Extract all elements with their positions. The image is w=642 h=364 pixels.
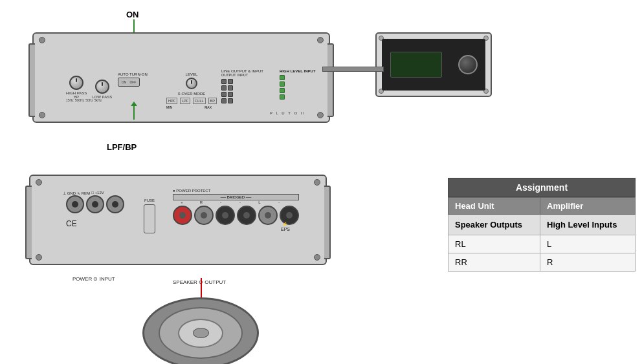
lpfbp-arrow bbox=[133, 105, 135, 120]
12v-label: □ +12V bbox=[91, 191, 104, 195]
power-terminal-labels: ⊥ GND ∿ REM □ +12V bbox=[63, 191, 104, 195]
amp-bottom-view: ⊥ GND ∿ REM □ +12V FUSE bbox=[3, 168, 359, 310]
gnd-label: ⊥ GND bbox=[63, 191, 76, 195]
row1-col1: Speaker Outputs bbox=[448, 215, 540, 235]
level-knob[interactable] bbox=[186, 78, 197, 89]
lpfbp-label: LPF/BP bbox=[107, 142, 137, 152]
amp-bottom-section: ⊥ GND ∿ REM □ +12V FUSE bbox=[3, 168, 379, 310]
power-section bbox=[66, 195, 124, 213]
eps-text: EPS bbox=[281, 227, 290, 231]
on-label: ON bbox=[126, 10, 139, 19]
tl-plus: + bbox=[173, 200, 191, 204]
hpf-opt: HPF bbox=[166, 98, 177, 104]
high-level-input-area: HIGH LEVEL INPUT bbox=[280, 69, 316, 100]
pin-2 bbox=[221, 85, 227, 91]
fuse-area: FUSE bbox=[144, 198, 155, 233]
switch-on: ON bbox=[122, 80, 127, 84]
connector-block-high bbox=[280, 75, 316, 100]
pin-4 bbox=[221, 98, 227, 103]
auto-turnon: AUTO TURN-ON ON OFF bbox=[118, 72, 148, 87]
bottom-screw-bl bbox=[36, 254, 42, 261]
row3-col1: RR bbox=[448, 253, 540, 272]
head-unit-face bbox=[382, 39, 485, 91]
pin-3 bbox=[221, 92, 227, 97]
freq-50hz: 50Hz bbox=[85, 98, 93, 102]
table-row-3: RR R bbox=[448, 253, 636, 272]
min-label: MIN bbox=[166, 105, 172, 109]
freq-5khz: 5kHz bbox=[94, 98, 102, 102]
gnd-terminal bbox=[66, 195, 84, 213]
output-input-cols: OUTPUT INPUT bbox=[221, 73, 263, 77]
switch-off: OFF bbox=[129, 80, 136, 84]
hl-pin-3 bbox=[280, 88, 285, 93]
sub-inner bbox=[178, 319, 223, 348]
12v-terminal bbox=[106, 195, 124, 213]
hu-volume-knob[interactable] bbox=[458, 55, 478, 74]
head-unit bbox=[375, 32, 492, 97]
ce-mark: CE bbox=[66, 219, 77, 228]
xover-options: HPF LPF FULL BP bbox=[166, 98, 217, 104]
input-col-label: INPUT bbox=[238, 73, 249, 77]
col1-header: Head Unit bbox=[448, 198, 540, 215]
min-max-labels: MIN MAX bbox=[166, 105, 212, 109]
sub-middle bbox=[159, 307, 243, 359]
spk-terminal-5 bbox=[258, 206, 278, 225]
xover-box: LEVEL X-OVER MODE HPF LPF FULL BP MIN MA… bbox=[166, 72, 217, 109]
low-pass-knob[interactable] bbox=[95, 80, 109, 94]
full-opt: FULL bbox=[193, 98, 205, 104]
pp-label: ● POWER PROTECT bbox=[173, 189, 299, 193]
hu-display bbox=[390, 52, 442, 78]
col2-header: Amplifier bbox=[540, 198, 636, 215]
rem-label: ∿ REM bbox=[77, 191, 90, 195]
subwoofer bbox=[142, 297, 259, 364]
terminal-labels: + R - - L - bbox=[173, 200, 299, 204]
fuse-body bbox=[144, 204, 155, 233]
connector-col-2 bbox=[228, 79, 233, 103]
screw-bl bbox=[39, 112, 45, 118]
pluto-label: P L U T O II bbox=[270, 111, 305, 115]
power-input-label: POWER ⊙ INPUT bbox=[72, 276, 115, 282]
auto-turnon-label: AUTO TURN-ON bbox=[118, 72, 148, 76]
bottom-screw-tl bbox=[36, 179, 42, 186]
eps-label: ⚡ EPS bbox=[281, 222, 290, 231]
power-terminal-row bbox=[66, 195, 124, 213]
hl-pin-1 bbox=[280, 75, 285, 80]
head-unit-body bbox=[375, 32, 492, 97]
sub-outer bbox=[142, 297, 259, 364]
amp-bottom-body: ⊥ GND ∿ REM □ +12V FUSE bbox=[29, 175, 327, 265]
hl-pin-2 bbox=[280, 81, 285, 87]
tl-minus3: - bbox=[270, 200, 288, 204]
assignment-table: Assignment Head Unit Amplifier Speaker O… bbox=[448, 178, 636, 272]
hl-pin-4 bbox=[280, 94, 285, 100]
knob-group: HIGH PASS BP LOW PASS bbox=[66, 76, 112, 99]
low-pass-knob-item: LOW PASS bbox=[92, 80, 112, 99]
switch-box[interactable]: ON OFF bbox=[118, 78, 140, 87]
tl-r: R bbox=[192, 200, 210, 204]
fuse-label: FUSE bbox=[144, 198, 155, 202]
pin-5 bbox=[228, 79, 233, 84]
spk-terminal-2 bbox=[194, 206, 214, 225]
connector-block-line bbox=[221, 79, 263, 103]
tl-minus1: - bbox=[212, 200, 230, 204]
spk-terminal-1 bbox=[173, 206, 192, 225]
freq-15hz: 15Hz bbox=[66, 98, 74, 102]
row2-col1: RL bbox=[448, 235, 540, 253]
screw-tl bbox=[39, 37, 45, 43]
high-level-input-label: HIGH LEVEL INPUT bbox=[280, 69, 316, 73]
bottom-screw-br bbox=[314, 254, 320, 261]
rem-terminal bbox=[86, 195, 104, 213]
output-col-label: OUTPUT bbox=[221, 73, 236, 77]
screw-tr bbox=[317, 37, 324, 43]
line-output-input-label: LINE OUTPUT & INPUT OUTPUT INPUT bbox=[221, 69, 263, 103]
connector-col-hl-1 bbox=[280, 75, 285, 100]
bridged-label: ── BRIDGED ── bbox=[173, 194, 299, 200]
pin-1 bbox=[221, 79, 227, 84]
row2-col2: L bbox=[540, 235, 636, 253]
row1-col2: High Level Inputs bbox=[540, 215, 636, 235]
main-container: ON HIGH PASS BP LOW bbox=[0, 0, 642, 364]
spk-terminal-3 bbox=[216, 206, 235, 225]
tl-l: L bbox=[250, 200, 269, 204]
table-row-2: RL L bbox=[448, 235, 636, 253]
pin-6 bbox=[228, 85, 233, 91]
high-pass-knob[interactable] bbox=[69, 76, 83, 90]
